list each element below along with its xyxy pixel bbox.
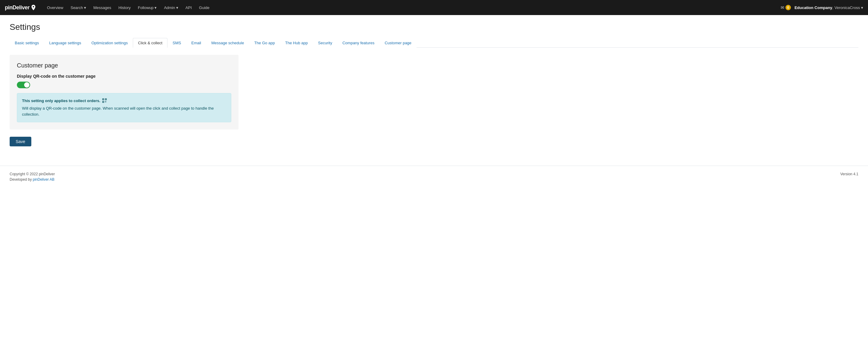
toggle-wrapper	[17, 82, 231, 88]
location-pin-icon	[30, 4, 37, 11]
info-box-text: Will display a QR-code on the customer p…	[22, 105, 226, 117]
page-title: Settings	[10, 22, 858, 32]
setting-label: Display QR-code on the customer page	[17, 74, 231, 79]
qr-toggle[interactable]	[17, 82, 30, 88]
svg-rect-9	[106, 102, 106, 102]
info-box: This setting only applies to collect ord…	[17, 93, 231, 122]
footer-developed: Developed by pinDeliver AB	[10, 177, 55, 182]
tab-language-settings[interactable]: Language settings	[44, 38, 86, 48]
nav-admin[interactable]: Admin ▾	[161, 4, 181, 12]
svg-rect-5	[103, 101, 103, 102]
svg-rect-6	[105, 101, 106, 102]
footer: Copyright © 2022 pinDeliver Developed by…	[0, 165, 868, 188]
nav-followup[interactable]: Followup ▾	[135, 4, 160, 12]
tab-basic-settings[interactable]: Basic settings	[10, 38, 44, 48]
nav-history[interactable]: History	[115, 4, 133, 12]
tab-customer-page[interactable]: Customer page	[379, 38, 416, 48]
svg-rect-3	[103, 99, 103, 99]
info-title-text: This setting only applies to collect ord…	[22, 98, 100, 103]
tab-email[interactable]: Email	[186, 38, 206, 48]
company-name: Education Company	[795, 5, 833, 10]
nav-messages[interactable]: Messages	[90, 4, 114, 12]
mail-badge[interactable]: ✉ 0	[781, 5, 791, 10]
mail-icon: ✉	[781, 5, 784, 10]
footer-left: Copyright © 2022 pinDeliver Developed by…	[10, 172, 55, 182]
nav-links: Overview Search ▾ Messages History Follo…	[44, 4, 781, 12]
tab-sms[interactable]: SMS	[167, 38, 186, 48]
nav-search[interactable]: Search ▾	[67, 4, 89, 12]
tab-hub-app[interactable]: The Hub app	[280, 38, 313, 48]
page-container: Settings Basic settings Language setting…	[0, 15, 868, 165]
footer-copyright: Copyright © 2022 pinDeliver	[10, 172, 55, 176]
tab-go-app[interactable]: The Go app	[249, 38, 280, 48]
navbar: pinDeliver Overview Search ▾ Messages Hi…	[0, 0, 868, 15]
svg-rect-8	[105, 102, 106, 102]
mail-count: 0	[785, 5, 791, 10]
nav-right: ✉ 0 Education Company, VeronicaCross ▾	[781, 5, 863, 10]
card-title: Customer page	[17, 62, 231, 69]
svg-rect-4	[105, 99, 106, 99]
tab-click-collect[interactable]: Click & collect	[133, 38, 167, 48]
tab-message-schedule[interactable]: Message schedule	[206, 38, 249, 48]
user-info[interactable]: Education Company, VeronicaCross ▾	[795, 5, 863, 10]
nav-api[interactable]: API	[183, 4, 195, 12]
svg-rect-7	[106, 101, 106, 102]
brand-name: pinDeliver	[5, 4, 30, 11]
qr-code-icon	[102, 98, 107, 103]
save-button[interactable]: Save	[10, 137, 31, 146]
brand-logo[interactable]: pinDeliver	[5, 4, 37, 11]
footer-version: Version 4.1	[840, 172, 858, 176]
user-name: VeronicaCross	[835, 5, 860, 10]
nav-overview[interactable]: Overview	[44, 4, 66, 12]
footer-link[interactable]: pinDeliver AB	[33, 177, 55, 182]
tab-optimization-settings[interactable]: Optimization settings	[86, 38, 133, 48]
toggle-slider	[17, 82, 30, 88]
tab-company-features[interactable]: Company features	[337, 38, 379, 48]
tab-security[interactable]: Security	[313, 38, 337, 48]
tabs: Basic settings Language settings Optimiz…	[10, 38, 858, 48]
settings-card: Customer page Display QR-code on the cus…	[10, 55, 239, 129]
nav-guide[interactable]: Guide	[196, 4, 213, 12]
info-box-title: This setting only applies to collect ord…	[22, 98, 226, 103]
